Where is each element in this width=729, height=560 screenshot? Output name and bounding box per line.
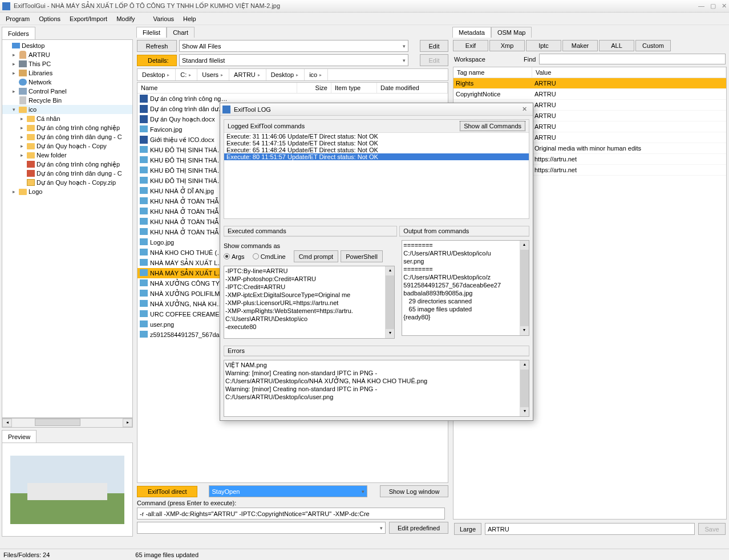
log-lines[interactable]: Execute: 31 11:46:06 Update/ET Direct st… xyxy=(224,133,529,218)
filelist-type-combo[interactable]: Standard filelist xyxy=(179,54,408,66)
window-title: ExifToolGui - NHÀ MÁY SẢN XUẤT LỐP Ô TÔ … xyxy=(14,2,698,10)
btn-maker[interactable]: Maker xyxy=(562,40,598,51)
menu-options[interactable]: Options xyxy=(35,14,64,23)
preview-pane xyxy=(2,443,133,537)
menu-export-import[interactable]: Export/Import xyxy=(66,14,111,23)
btn-iptc[interactable]: Iptc xyxy=(526,40,561,51)
tree-item[interactable]: Desktop xyxy=(2,41,132,50)
menu-various[interactable]: Various xyxy=(150,14,177,23)
save-button: Save xyxy=(698,523,726,535)
col-size[interactable]: Size xyxy=(297,83,331,93)
exiftool-direct-button[interactable]: ExifTool direct xyxy=(137,486,197,497)
dialog-title: ExifTool LOG xyxy=(234,106,271,113)
output-text[interactable]: ======== C:/Users/ARTRU/Desktop/ico/u se… xyxy=(402,240,529,336)
tab-preview[interactable]: Preview xyxy=(2,430,37,443)
tree-item[interactable]: ▸Dự án công trình công nghiệp xyxy=(2,123,132,132)
workspace-button[interactable]: Workspace xyxy=(454,56,505,63)
executed-commands-text[interactable]: -IPTC:By-line=ARTRU -XMP-photoshop:Credi… xyxy=(224,266,395,339)
tree-item[interactable]: ▸ARTRU xyxy=(2,50,132,59)
tab-chart[interactable]: Chart xyxy=(167,27,195,38)
command-label: Command (press Enter to execute): xyxy=(137,500,448,506)
errors-text[interactable]: VIỆT NAM.png Warning: [minor] Creating n… xyxy=(224,360,529,417)
minimize-icon[interactable]: — xyxy=(698,2,704,10)
breadcrumb[interactable]: Desktop▸ C:▸ Users▸ ARTRU▸ Desktop▸ ico▸ xyxy=(137,68,448,81)
tree-item[interactable]: Dự án Quy hoạch - Copy.zip xyxy=(2,178,132,187)
tab-folders[interactable]: Folders xyxy=(2,27,35,39)
tab-metadata[interactable]: Metadata xyxy=(452,27,491,38)
btn-xmp[interactable]: Xmp xyxy=(489,40,525,51)
errors-label: Errors xyxy=(228,347,245,354)
tree-item[interactable]: Recycle Bin xyxy=(2,96,132,105)
log-line[interactable]: Execute: 54 11:47:15 Update/ET Direct st… xyxy=(224,140,529,147)
folder-tree[interactable]: Desktop▸ARTRU▸This PC▸LibrariesNetwork▸C… xyxy=(2,39,133,418)
find-label: Find xyxy=(524,56,536,63)
cmd-prompt-button[interactable]: Cmd prompt xyxy=(294,250,339,262)
log-line[interactable]: Execute: 31 11:46:06 Update/ET Direct st… xyxy=(224,133,529,140)
log-line[interactable]: Execute: 80 11:51:57 Update/ET Direct st… xyxy=(224,153,529,160)
tree-item[interactable]: ▾ico xyxy=(2,105,132,114)
tree-item[interactable]: ▸Dự án Quy hoạch - Copy xyxy=(2,141,132,151)
radio-cmdline[interactable]: CmdLine xyxy=(253,253,286,260)
dialog-app-icon xyxy=(222,105,230,113)
refresh-button[interactable]: Refresh xyxy=(137,40,177,52)
predefined-combo[interactable] xyxy=(137,522,386,534)
app-icon xyxy=(2,2,10,10)
edit2-button: Edit xyxy=(420,54,448,66)
tree-item[interactable]: ▸This PC xyxy=(2,59,132,68)
col-name[interactable]: Name xyxy=(137,83,297,93)
tree-item[interactable]: Network xyxy=(2,78,132,87)
btn-all[interactable]: ALL xyxy=(599,40,634,51)
tab-filelist[interactable]: Filelist xyxy=(136,27,167,38)
tree-item[interactable]: Dự án công trình công nghiệp xyxy=(2,160,132,169)
find-input[interactable] xyxy=(539,54,726,64)
metadata-row[interactable]: CopyrightNoticeARTRU xyxy=(453,89,726,100)
statusbar: Files/Folders: 24 65 image files updated xyxy=(0,549,729,560)
tree-item[interactable]: ▸Cá nhân xyxy=(2,114,132,123)
show-commands-as-label: Show commands as xyxy=(224,242,395,249)
log-dialog: ExifTool LOG ✕ Logged ExifTool commands … xyxy=(220,103,533,421)
radio-args[interactable]: Args xyxy=(224,253,245,260)
status-updated: 65 image files updated xyxy=(135,551,199,558)
tree-item[interactable]: ▸Control Panel xyxy=(2,87,132,96)
menu-modify[interactable]: Modify xyxy=(113,14,138,23)
tree-item[interactable]: Dự án công trình dân dụng - C xyxy=(2,169,132,178)
tree-item[interactable]: ▸Libraries xyxy=(2,68,132,78)
col-type[interactable]: Item type xyxy=(331,83,377,93)
large-value-input[interactable] xyxy=(485,523,695,535)
output-label: Output from commands xyxy=(403,228,469,234)
close-icon[interactable]: ✕ xyxy=(722,2,727,10)
maximize-icon[interactable]: ▢ xyxy=(710,2,716,10)
menubar: Program Options Export/Import Modify Var… xyxy=(0,13,729,25)
powershell-button[interactable]: PowerShell xyxy=(341,250,383,262)
log-line[interactable]: Execute: 65 11:48:24 Update/ET Direct st… xyxy=(224,147,529,153)
preview-image xyxy=(10,456,124,524)
details-button[interactable]: Details: xyxy=(137,55,177,66)
col-value[interactable]: Value xyxy=(532,67,726,78)
dialog-titlebar[interactable]: ExifTool LOG ✕ xyxy=(220,103,533,116)
btn-exif[interactable]: Exif xyxy=(453,40,488,51)
stayopen-combo[interactable]: StayOpen xyxy=(209,485,367,497)
show-all-commands-button[interactable]: Show all Commands xyxy=(460,121,525,131)
status-files: Files/Folders: 24 xyxy=(3,551,50,558)
edit-button[interactable]: Edit xyxy=(420,40,448,52)
show-log-button[interactable]: Show Log window xyxy=(380,485,448,497)
col-tagname[interactable]: Tag name xyxy=(453,67,532,78)
metadata-row[interactable]: RightsARTRU xyxy=(453,78,726,89)
titlebar: ExifToolGui - NHÀ MÁY SẢN XUẤT LỐP Ô TÔ … xyxy=(0,0,729,13)
menu-help[interactable]: Help xyxy=(180,14,200,23)
command-input[interactable] xyxy=(137,508,445,520)
tab-osm-map[interactable]: OSM Map xyxy=(491,27,532,38)
logged-commands-label: Logged ExifTool commands xyxy=(228,123,305,129)
tree-item[interactable]: ▸Dự án công trình dân dụng - C xyxy=(2,132,132,141)
tree-item[interactable]: ▸Logo xyxy=(2,187,132,196)
dialog-close-icon[interactable]: ✕ xyxy=(519,105,530,113)
edit-predefined-button[interactable]: Edit predefined xyxy=(389,522,448,534)
tree-item[interactable]: ▸New folder xyxy=(2,151,132,160)
tree-hscroll[interactable]: ◂▸ xyxy=(2,418,133,428)
large-button[interactable]: Large xyxy=(454,523,481,535)
executed-label: Executed commands xyxy=(228,228,286,234)
menu-program[interactable]: Program xyxy=(2,14,33,23)
btn-custom[interactable]: Custom xyxy=(635,40,671,51)
show-files-combo[interactable]: Show All Files xyxy=(179,40,408,52)
col-date[interactable]: Date modified xyxy=(377,83,448,93)
